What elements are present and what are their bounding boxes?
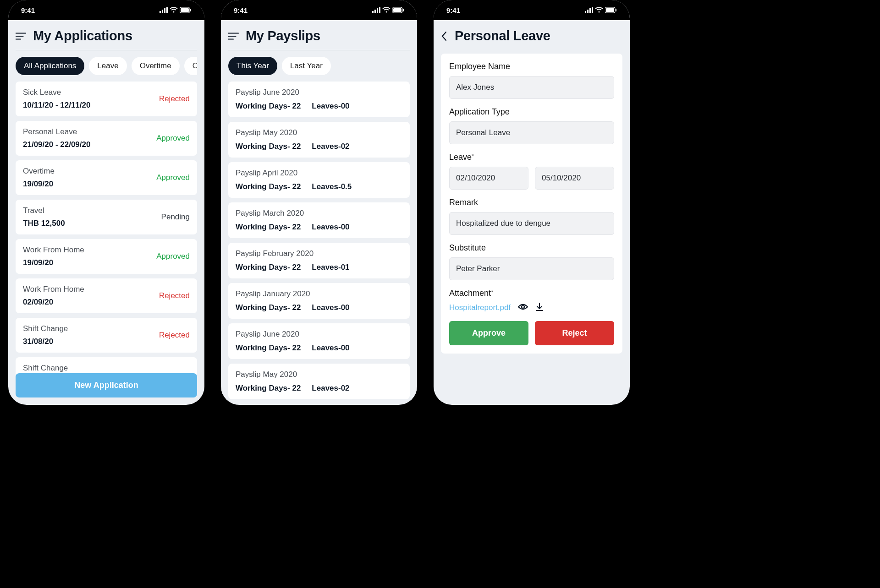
- label-attachment: Attachment: [449, 289, 614, 298]
- payslip-leaves: Leaves-0.5: [312, 182, 352, 191]
- payslip-title: Payslip June 2020: [236, 88, 402, 97]
- application-subtitle: 21/09/20 - 22/09/20: [23, 140, 90, 149]
- svg-rect-1: [162, 10, 163, 13]
- substitute-field[interactable]: Peter Parker: [449, 257, 614, 280]
- application-subtitle: 31/08/20: [23, 337, 68, 346]
- svg-rect-24: [589, 8, 591, 13]
- application-status: Approved: [156, 173, 190, 182]
- battery-icon: [605, 6, 617, 14]
- payslip-working-days: Working Days- 22: [236, 384, 301, 393]
- application-item[interactable]: Overtime 19/09/20 Approved: [16, 160, 197, 195]
- application-type: Sick Leave: [23, 88, 90, 97]
- filter-icon[interactable]: [228, 32, 239, 41]
- application-status: Approved: [156, 252, 190, 261]
- svg-rect-14: [379, 7, 380, 13]
- application-type: Shift Change: [23, 324, 68, 333]
- page-title: Personal Leave: [455, 28, 550, 44]
- application-item[interactable]: Work From Home 19/09/20 Approved: [16, 239, 197, 274]
- application-type: Personal Leave: [23, 127, 90, 136]
- chip-partial[interactable]: O: [184, 57, 197, 75]
- status-bar: 9:41: [8, 0, 204, 20]
- payslip-leaves: Leaves-02: [312, 142, 349, 151]
- payslip-title: Payslip February 2020: [236, 249, 402, 258]
- page-header: My Applications: [16, 26, 197, 50]
- svg-rect-25: [592, 7, 593, 13]
- label-employee-name: Employee Name: [449, 62, 614, 71]
- svg-rect-23: [587, 10, 588, 13]
- leave-from-field[interactable]: 02/10/2020: [449, 167, 528, 190]
- label-application-type: Application Type: [449, 107, 614, 117]
- application-status: Pending: [161, 212, 190, 222]
- payslip-item[interactable]: Payslip January 2020 Working Days- 22Lea…: [228, 283, 410, 319]
- application-subtitle: THB 12,500: [23, 219, 65, 228]
- signal-icon: [585, 6, 593, 14]
- svg-rect-29: [616, 9, 616, 11]
- new-application-button[interactable]: New Application: [16, 373, 197, 397]
- application-item[interactable]: Travel THB 12,500 Pending: [16, 200, 197, 234]
- status-bar: 9:41: [221, 0, 417, 20]
- status-time: 9:41: [446, 6, 460, 14]
- payslip-leaves: Leaves-02: [312, 384, 349, 393]
- chip-all-applications[interactable]: All Applications: [16, 57, 84, 75]
- signal-icon: [160, 6, 168, 14]
- battery-icon: [180, 6, 192, 14]
- eye-icon[interactable]: [518, 303, 528, 312]
- payslip-item[interactable]: Payslip June 2020 Working Days- 22Leaves…: [228, 82, 410, 117]
- svg-rect-22: [585, 11, 586, 13]
- download-icon[interactable]: [535, 303, 544, 313]
- payslip-leaves: Leaves-00: [312, 303, 349, 312]
- leave-to-field[interactable]: 05/10/2020: [535, 167, 614, 190]
- svg-rect-18: [403, 9, 404, 11]
- payslip-item[interactable]: Payslip May 2020 Working Days- 22Leaves-…: [228, 364, 410, 399]
- label-leave: Leave: [449, 152, 614, 162]
- approve-button[interactable]: Approve: [449, 321, 528, 345]
- payslip-title: Payslip May 2020: [236, 370, 402, 379]
- application-subtitle: 02/09/20: [23, 298, 84, 307]
- chip-leave[interactable]: Leave: [89, 57, 126, 75]
- application-type: Work From Home: [23, 245, 84, 255]
- payslip-title: Payslip January 2020: [236, 289, 402, 299]
- svg-point-4: [173, 11, 175, 12]
- reject-button[interactable]: Reject: [535, 321, 614, 345]
- attachment-link[interactable]: Hospitalreport.pdf: [449, 303, 511, 312]
- payslip-leaves: Leaves-00: [312, 343, 349, 353]
- application-subtitle: 19/09/20: [23, 258, 84, 267]
- page-header: Personal Leave: [441, 26, 622, 50]
- payslip-working-days: Working Days- 22: [236, 223, 301, 232]
- application-item[interactable]: Personal Leave 21/09/20 - 22/09/20 Appro…: [16, 121, 197, 156]
- signal-icon: [372, 6, 380, 14]
- payslip-item[interactable]: Payslip May 2020 Working Days- 22Leaves-…: [228, 122, 410, 158]
- chip-last-year[interactable]: Last Year: [282, 57, 331, 75]
- payslip-item[interactable]: Payslip June 2020 Working Days- 22Leaves…: [228, 323, 410, 359]
- payslip-item[interactable]: Payslip March 2020 Working Days- 22Leave…: [228, 202, 410, 238]
- payslip-leaves: Leaves-00: [312, 223, 349, 232]
- application-item[interactable]: Sick Leave 10/11/20 - 12/11/20 Rejected: [16, 82, 197, 116]
- form-card: Employee Name Alex Jones Application Typ…: [441, 54, 622, 354]
- wifi-icon: [170, 6, 178, 14]
- chip-overtime[interactable]: Overtime: [132, 57, 180, 75]
- chip-this-year[interactable]: This Year: [228, 57, 277, 75]
- svg-rect-6: [181, 8, 189, 12]
- svg-point-15: [386, 11, 387, 12]
- payslip-working-days: Working Days- 22: [236, 343, 301, 353]
- remark-field[interactable]: Hospitalized due to dengue: [449, 212, 614, 235]
- svg-rect-0: [160, 11, 161, 13]
- status-icons: [372, 6, 404, 14]
- application-type: Shift Change: [23, 364, 68, 373]
- back-icon[interactable]: [441, 31, 448, 41]
- application-type-field[interactable]: Personal Leave: [449, 121, 614, 144]
- payslip-working-days: Working Days- 22: [236, 102, 301, 111]
- application-subtitle: 10/11/20 - 12/11/20: [23, 101, 90, 110]
- employee-name-field[interactable]: Alex Jones: [449, 76, 614, 99]
- page-header: My Payslips: [228, 26, 410, 50]
- filter-chips: This Year Last Year: [228, 57, 410, 75]
- application-item[interactable]: Shift Change 31/08/20 Rejected: [16, 318, 197, 353]
- filter-icon[interactable]: [16, 32, 27, 41]
- application-type: Work From Home: [23, 285, 84, 294]
- application-item[interactable]: Work From Home 02/09/20 Rejected: [16, 278, 197, 313]
- payslip-leaves: Leaves-00: [312, 102, 349, 111]
- svg-rect-28: [606, 8, 614, 12]
- payslip-item[interactable]: Payslip April 2020 Working Days- 22Leave…: [228, 162, 410, 198]
- payslip-item[interactable]: Payslip February 2020 Working Days- 22Le…: [228, 243, 410, 278]
- status-icons: [585, 6, 617, 14]
